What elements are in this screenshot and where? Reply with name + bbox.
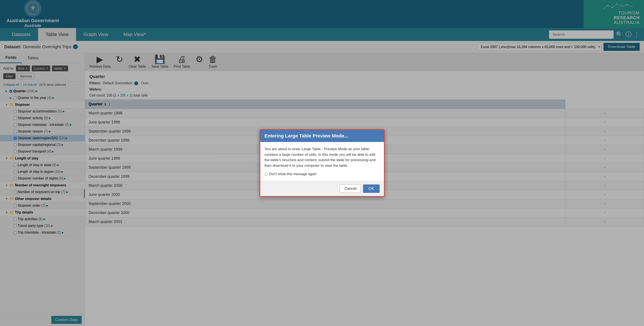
ok-button[interactable]: OK: [363, 184, 380, 193]
cancel-button[interactable]: Cancel: [340, 184, 361, 193]
modal-footer: Cancel OK: [260, 181, 384, 196]
modal-checkbox-row: Don't show this message again: [264, 172, 380, 177]
modal-overlay: Entering Large Table Preview Mode... You…: [0, 0, 644, 326]
dont-show-label: Don't show this message again: [269, 172, 317, 177]
modal-header: Entering Large Table Preview Mode...: [260, 130, 384, 142]
modal-body: You are about to enter Large Table - Pre…: [260, 142, 384, 181]
dont-show-checkbox[interactable]: [264, 173, 268, 176]
modal-dialog: Entering Large Table Preview Mode... You…: [260, 129, 384, 197]
